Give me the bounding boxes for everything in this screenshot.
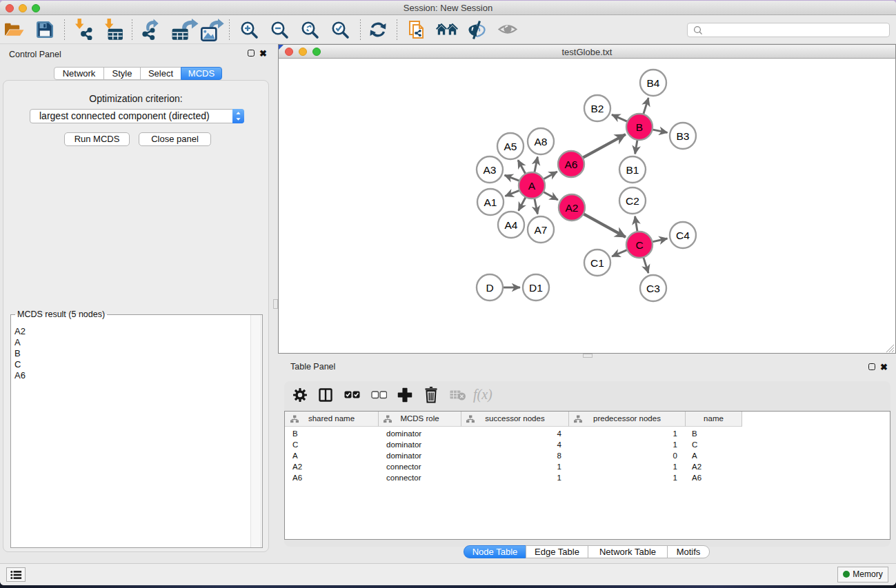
svg-text:D1: D1	[529, 282, 543, 294]
svg-text:A8: A8	[535, 136, 548, 148]
svg-text:B4: B4	[647, 77, 660, 89]
svg-text:C: C	[635, 239, 643, 251]
svg-text:C4: C4	[676, 230, 690, 241]
svg-text:C2: C2	[626, 195, 639, 207]
svg-text:B1: B1	[626, 164, 639, 176]
svg-text:A6: A6	[565, 159, 578, 170]
svg-text:A4: A4	[505, 219, 518, 231]
svg-text:A3: A3	[484, 164, 497, 176]
svg-text:C1: C1	[590, 257, 604, 269]
svg-text:A7: A7	[535, 224, 548, 236]
svg-text:A5: A5	[504, 141, 517, 152]
svg-text:C3: C3	[646, 283, 660, 294]
svg-text:D: D	[486, 282, 493, 294]
svg-text:A2: A2	[566, 202, 579, 214]
svg-text:A: A	[528, 180, 536, 192]
svg-text:B2: B2	[591, 103, 604, 114]
svg-text:A1: A1	[484, 196, 497, 208]
svg-text:B: B	[636, 121, 643, 133]
svg-text:B3: B3	[677, 130, 690, 142]
